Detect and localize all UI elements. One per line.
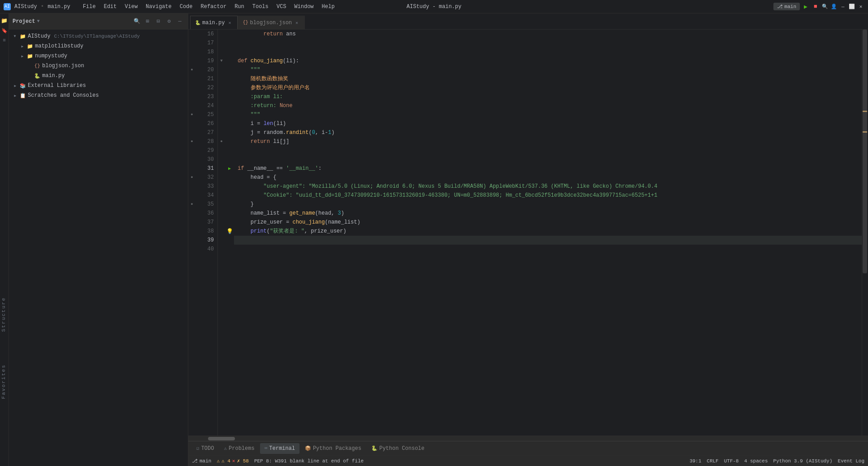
code-line-39[interactable]	[234, 236, 862, 245]
tree-item-matplot[interactable]: ▶ 📁 matplotlibstudy	[9, 41, 188, 51]
tree-root[interactable]: ▶ 📁 AIStudy C:\ITStudy\ITlanguage\AIStud…	[9, 31, 188, 41]
charset-label: UTF-8	[724, 458, 739, 464]
tab-json-close[interactable]: ✕	[294, 20, 300, 26]
hscroll-bar[interactable]	[188, 436, 868, 441]
code-line-30[interactable]	[234, 155, 862, 164]
panel-collapse-btn[interactable]: ⊟	[154, 17, 163, 26]
line-ending[interactable]: CRLF	[707, 458, 718, 464]
menu-code[interactable]: Code	[176, 2, 196, 11]
project-icon[interactable]: 📁	[1, 17, 8, 24]
alert-36	[188, 209, 195, 218]
menu-window[interactable]: Window	[291, 2, 317, 11]
linenum-27: 27	[208, 128, 214, 137]
code-line-37[interactable]: prize_user = chou_jiang(name_list)	[234, 218, 862, 227]
bottom-tab-packages[interactable]: 📦 Python Packages	[300, 443, 366, 454]
bottom-tab-todo[interactable]: ☑ TODO	[192, 443, 218, 454]
code-line-38[interactable]: print("获奖者是: ", prize_user)	[234, 227, 862, 236]
tab-main-close[interactable]: ✕	[226, 20, 233, 26]
code-line-24[interactable]: :return: None	[234, 101, 862, 110]
right-scrollbar[interactable]	[862, 30, 868, 436]
panel-minimize-btn[interactable]: —	[175, 17, 184, 26]
line-col-indicator[interactable]: 39:1	[690, 458, 701, 464]
bookmark-icon[interactable]: 🔖	[1, 27, 8, 34]
code-line-40[interactable]	[234, 245, 862, 254]
code-line-22[interactable]: 参数为评论用户的用户名	[234, 83, 862, 92]
user-button[interactable]: 👤	[830, 3, 838, 10]
bottom-tab-console[interactable]: 🐍 Python Console	[367, 443, 429, 454]
run-31[interactable]: ▶	[225, 164, 234, 173]
event-log-btn[interactable]: Event Log	[838, 458, 864, 464]
menu-file[interactable]: File	[79, 2, 100, 11]
code-line-25[interactable]: """	[234, 110, 862, 119]
code-line-31[interactable]: if __name__ == '__main__':	[234, 164, 862, 173]
menu-edit[interactable]: Edit	[100, 2, 120, 11]
code-line-18[interactable]	[234, 47, 862, 56]
run-button[interactable]: ▶	[802, 3, 810, 11]
code-line-32[interactable]: head = {	[234, 173, 862, 182]
stop-button[interactable]: ■	[812, 3, 820, 11]
tab-main-py[interactable]: 🐍 main.py ✕	[190, 16, 238, 29]
panel-dropdown-icon[interactable]: ▼	[37, 19, 39, 24]
search-button[interactable]: 🔍	[821, 3, 829, 10]
menu-run[interactable]: Run	[231, 2, 248, 11]
code-line-16[interactable]: return ans	[234, 30, 862, 39]
panel-settings-btn[interactable]: ⚙	[165, 17, 174, 26]
tab-blog-json[interactable]: {} blogjson.json ✕	[238, 16, 305, 29]
hscroll-thumb[interactable]	[208, 437, 235, 440]
menu-tools[interactable]: Tools	[249, 2, 272, 11]
panel-search-btn[interactable]: 🔍	[132, 17, 141, 26]
indent-indicator[interactable]: 4 spaces	[744, 458, 768, 464]
alert-24	[188, 101, 195, 110]
git-branch-status[interactable]: ⎇ main	[192, 458, 211, 464]
code-line-19[interactable]: def chou_jiang(li):	[234, 56, 862, 65]
code-line-21[interactable]: 随机数函数抽奖	[234, 74, 862, 83]
json-icon: {}	[34, 63, 40, 69]
pep8-warning[interactable]: PEP 8: W391 blank line at end of file	[254, 458, 364, 464]
tree-item-scratches[interactable]: ▶ 📋 Scratches and Consoles	[9, 91, 188, 100]
code-line-35[interactable]: }	[234, 200, 862, 209]
minimize-button[interactable]: —	[839, 3, 846, 10]
linenum-24: 24	[208, 101, 214, 110]
status-left: ⎇ main ⚠ ⚠ 4 ✕ ✗ 58 PEP 8: W391 blank li…	[192, 458, 364, 464]
tree-item-ext[interactable]: ▶ 📚 External Libraries	[9, 81, 188, 91]
structure-icon[interactable]: ≡	[1, 37, 8, 44]
fold-28[interactable]: ●	[218, 137, 225, 146]
code-line-36[interactable]: name_list = get_name(head, 3)	[234, 209, 862, 218]
status-bar: ⎇ main ⚠ ⚠ 4 ✕ ✗ 58 PEP 8: W391 blank li…	[188, 455, 868, 466]
run-32	[225, 173, 234, 182]
close-button[interactable]: ✕	[857, 3, 864, 10]
code-line-34[interactable]: "Cookie": "uuid_tt_dd=10_37473099210-161…	[234, 191, 862, 200]
menu-view[interactable]: View	[121, 2, 141, 11]
code-line-28[interactable]: return li[j]	[234, 137, 862, 146]
code-line-27[interactable]: j = random.randint(0, i-1)	[234, 128, 862, 137]
alert-gutter: ● ● ● ● ●	[188, 30, 195, 436]
menu-refactor[interactable]: Refactor	[197, 2, 230, 11]
charset-indicator[interactable]: UTF-8	[724, 458, 739, 464]
bottom-tab-problems[interactable]: ⚠ Problems	[219, 443, 259, 454]
code-line-23[interactable]: :param li:	[234, 92, 862, 101]
panel-expand-btn[interactable]: ⊞	[143, 17, 152, 26]
python-version[interactable]: Python 3.9 (AIStudy)	[773, 458, 833, 464]
packages-icon: 📦	[305, 445, 311, 451]
code-line-26[interactable]: i = len(li)	[234, 119, 862, 128]
maximize-button[interactable]: ⬜	[848, 3, 855, 10]
bottom-tab-terminal[interactable]: ⌨ Terminal	[260, 443, 299, 454]
warning-count[interactable]: ⚠ ⚠ 4 ✕ ✗ 58	[217, 458, 249, 464]
code-line-17[interactable]	[234, 39, 862, 47]
code-line-33[interactable]: "user-agent": "Mozilla/5.0 (Linux; Andro…	[234, 182, 862, 191]
menu-help[interactable]: Help	[318, 2, 339, 11]
tree-item-json[interactable]: {} blogjson.json	[9, 61, 188, 71]
tree-item-main[interactable]: 🐍 main.py	[9, 71, 188, 81]
menu-navigate[interactable]: Navigate	[142, 2, 175, 11]
tree-item-numpy[interactable]: ▶ 📁 numpystudy	[9, 51, 188, 61]
menu-vcs[interactable]: VCS	[273, 2, 290, 11]
code-content[interactable]: return ans def chou_jiang(li): """ 随机数函数…	[234, 30, 862, 436]
run-23	[225, 92, 234, 101]
fold-19[interactable]: ▼	[218, 56, 225, 65]
code-line-29[interactable]	[234, 146, 862, 155]
scroll-thumb[interactable]	[863, 30, 867, 273]
fold-27	[218, 128, 225, 137]
code-line-20[interactable]: """	[234, 65, 862, 74]
git-icon: ⎇	[192, 458, 198, 464]
branch-btn[interactable]: ⎇ main	[773, 3, 800, 10]
